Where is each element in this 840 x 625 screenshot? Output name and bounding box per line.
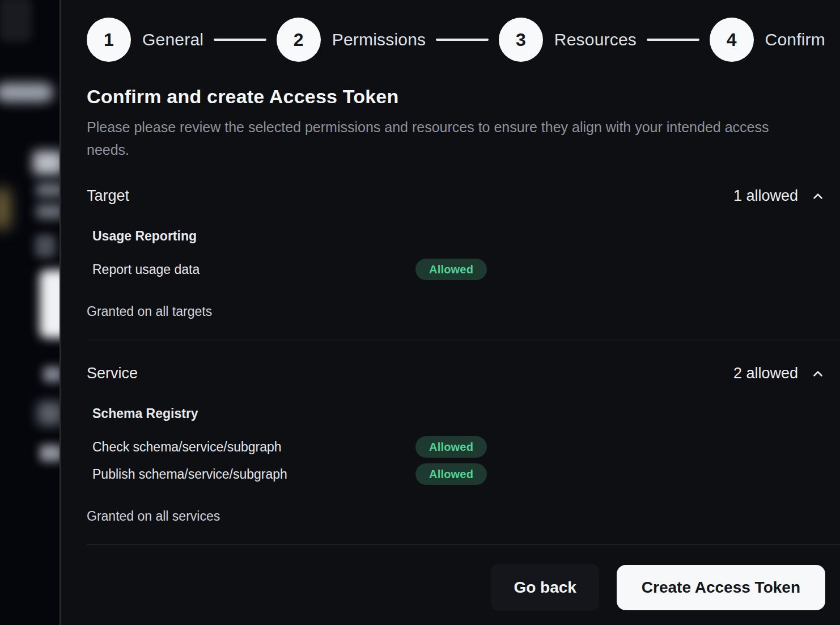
create-access-token-wizard: 1 General 2 Permissions 3 Resources 4 Co…	[61, 0, 840, 625]
chevron-up-icon	[811, 189, 825, 204]
section-service: Service 2 allowed Schema Registry Check …	[87, 365, 825, 524]
permission-group-usage-reporting: Usage Reporting Report usage data Allowe…	[92, 229, 825, 280]
step-connector	[647, 39, 699, 41]
permission-group-schema-registry: Schema Registry Check schema/service/sub…	[92, 406, 825, 485]
background-text-line-2	[36, 204, 60, 219]
step-connector	[436, 39, 489, 41]
step-number-circle: 2	[277, 18, 321, 62]
step-resources[interactable]: 3 Resources	[499, 18, 637, 62]
wizard-stepper: 1 General 2 Permissions 3 Resources 4 Co…	[87, 18, 825, 62]
background-white-card	[40, 270, 60, 338]
step-confirm[interactable]: 4 Confirm	[710, 18, 825, 62]
permission-label: Check schema/service/subgraph	[92, 440, 415, 455]
background-text-line-5	[40, 445, 60, 462]
group-name: Schema Registry	[92, 406, 825, 421]
step-permissions[interactable]: 2 Permissions	[277, 18, 426, 62]
step-number-circle: 1	[87, 18, 131, 62]
section-title: Target	[87, 187, 129, 205]
background-heading-text	[33, 151, 60, 175]
granted-note: Granted on all targets	[87, 304, 825, 319]
background-icon	[35, 235, 56, 257]
wizard-footer: Go back Create Access Token	[87, 564, 825, 611]
background-logo	[0, 0, 32, 42]
section-target: Target 1 allowed Usage Reporting Report …	[87, 187, 825, 319]
step-label: Resources	[554, 30, 637, 49]
permission-row: Publish schema/service/subgraph Allowed	[92, 463, 825, 485]
background-accent-blob	[0, 188, 10, 229]
section-service-collapse-toggle[interactable]: 2 allowed	[733, 365, 825, 382]
section-service-header: Service 2 allowed	[87, 365, 825, 382]
section-divider	[87, 340, 840, 340]
step-label: General	[142, 30, 203, 49]
create-access-token-button[interactable]: Create Access Token	[617, 565, 825, 610]
background-text-line-4	[37, 402, 60, 425]
background-text-line-3	[43, 366, 60, 382]
permission-row: Report usage data Allowed	[92, 259, 825, 280]
chevron-up-icon	[811, 366, 825, 381]
panel-left-border	[60, 0, 61, 625]
permission-row: Check schema/service/subgraph Allowed	[92, 436, 825, 458]
group-name: Usage Reporting	[92, 229, 825, 244]
footer-divider	[87, 544, 840, 545]
status-badge: Allowed	[415, 463, 487, 485]
go-back-button[interactable]: Go back	[491, 564, 599, 611]
granted-note: Granted on all services	[87, 509, 825, 524]
page-title: Confirm and create Access Token	[87, 86, 825, 108]
step-general[interactable]: 1 General	[87, 18, 203, 62]
step-label: Confirm	[765, 30, 825, 49]
section-target-header: Target 1 allowed	[87, 187, 825, 205]
allowed-count-badge: 2 allowed	[733, 365, 798, 382]
step-number-circle: 4	[710, 18, 754, 62]
step-label: Permissions	[332, 30, 426, 49]
step-connector	[214, 39, 266, 41]
background-nav-text	[0, 83, 53, 102]
section-title: Service	[87, 365, 138, 382]
permission-label: Publish schema/service/subgraph	[92, 467, 415, 482]
page-description: Please please review the selected permis…	[87, 116, 784, 161]
background-page	[0, 0, 60, 625]
step-number-circle: 3	[499, 18, 543, 62]
allowed-count-badge: 1 allowed	[733, 187, 798, 205]
permission-label: Report usage data	[92, 262, 415, 277]
background-text-line-1	[36, 183, 60, 197]
status-badge: Allowed	[415, 259, 487, 280]
status-badge: Allowed	[415, 436, 487, 458]
section-target-collapse-toggle[interactable]: 1 allowed	[733, 187, 825, 205]
